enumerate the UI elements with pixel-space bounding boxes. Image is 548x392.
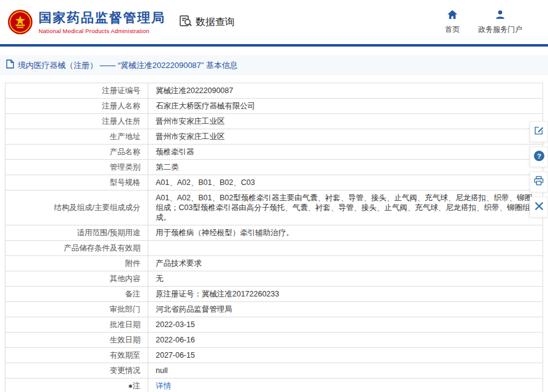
row-value: 河北省药品监督管理局 <box>148 302 543 317</box>
row-label: 管理类别 <box>6 160 148 175</box>
row-value: 2022-06-16 <box>148 333 543 348</box>
table-row: 变更情况null <box>6 363 543 379</box>
row-label: 附件 <box>6 256 148 271</box>
table-row: 附件产品技术要求 <box>6 256 543 271</box>
close-icon <box>535 202 544 213</box>
print-button[interactable] <box>530 172 548 192</box>
registration-info-section: 注册证编号冀械注准20222090087注册人名称石家庄大桥医疗器械有限公司注册… <box>0 75 548 392</box>
table-row: 注册证编号冀械注准20222090087 <box>6 83 543 99</box>
table-row: 审批部门河北省药品监督管理局 <box>6 302 543 317</box>
row-value: 原注册证号：冀械注准20172260233 <box>148 287 543 302</box>
row-value: null <box>148 363 543 379</box>
row-label: ●注 <box>6 379 148 392</box>
row-value: 颈椎牵引器 <box>148 145 543 160</box>
edit-icon <box>533 125 544 138</box>
table-row: 备注原注册证号：冀械注准20172260233 <box>6 287 543 302</box>
row-label: 产品名称 <box>6 145 148 160</box>
row-label: 型号规格 <box>6 175 148 190</box>
table-row: 结构及组成/主要组成成分A01、A02、B01、B02型颈椎牵引器主要由气囊、衬… <box>6 190 543 225</box>
breadcrumb-text: 境内医疗器械（注册） —— “冀械注准20222090087” 基本信息 <box>18 60 238 71</box>
document-icon <box>6 59 14 71</box>
row-value: 无 <box>148 271 543 287</box>
row-value: 用于颈椎病（神经根型）牵引辅助治疗。 <box>148 225 543 241</box>
logo-block: 国家药品监督管理局 National Medical Products Admi… <box>7 9 166 35</box>
header: 国家药品监督管理局 National Medical Products Admi… <box>0 0 548 47</box>
row-label: 结构及组成/主要组成成分 <box>6 190 148 225</box>
table-row: 型号规格A01、A02、B01、B02、C03 <box>6 175 543 190</box>
nav-item-label: 政务服务门户 <box>478 24 522 35</box>
table-row: 产品储存条件及有效期 <box>6 241 543 256</box>
svg-text:?: ? <box>537 152 541 159</box>
home-icon <box>447 9 458 22</box>
row-value: A01、A02、B01、B02、C03 <box>148 175 543 190</box>
table-row: 适用范围/预期用途用于颈椎病（神经根型）牵引辅助治疗。 <box>6 225 543 241</box>
row-label: 有效期至 <box>6 348 148 363</box>
edit-button[interactable] <box>530 121 548 142</box>
row-value: 石家庄大桥医疗器械有限公司 <box>148 99 543 114</box>
table-row: 其他内容无 <box>6 271 543 287</box>
row-label: 注册人住所 <box>6 114 148 129</box>
row-label: 备注 <box>6 287 148 302</box>
org-title-en: National Medical Products Administration <box>39 28 166 34</box>
document-search-icon <box>179 14 192 30</box>
nav-item-home[interactable]: 首页 <box>445 9 460 35</box>
row-label: 适用范围/预期用途 <box>6 225 148 241</box>
row-label: 其他内容 <box>6 271 148 287</box>
org-titles: 国家药品监督管理局 National Medical Products Admi… <box>39 10 166 34</box>
table-row: 有效期至2027-06-15 <box>6 348 543 363</box>
row-value: 产品技术要求 <box>148 256 543 271</box>
help-button[interactable]: ? <box>530 146 548 167</box>
table-row: 产品名称颈椎牵引器 <box>6 145 543 160</box>
close-button[interactable] <box>530 197 548 217</box>
row-value: 晋州市安家庄工业区 <box>148 129 543 145</box>
nav-item-portal[interactable]: 政务服务门户 <box>478 9 522 35</box>
table-row: 批准日期2022-03-15 <box>6 317 543 333</box>
breadcrumb: 境内医疗器械（注册） —— “冀械注准20222090087” 基本信息 <box>0 55 548 75</box>
info-table-body: 注册证编号冀械注准20222090087注册人名称石家庄大桥医疗器械有限公司注册… <box>6 83 543 392</box>
print-icon <box>533 175 544 189</box>
table-row: ●注详情 <box>6 379 543 392</box>
header-nav: 首页 政务服务门户 <box>445 9 541 35</box>
row-value <box>148 241 543 256</box>
row-label: 注册证编号 <box>6 83 148 99</box>
row-label: 注册人名称 <box>6 99 148 114</box>
row-label: 变更情况 <box>6 363 148 379</box>
row-label: 生产地址 <box>6 129 148 145</box>
table-row: 管理类别第二类 <box>6 160 543 175</box>
row-label: 批准日期 <box>6 317 148 333</box>
row-label: 审批部门 <box>6 302 148 317</box>
row-value: 晋州市安家庄工业区 <box>148 114 543 129</box>
table-row: 注册人住所晋州市安家庄工业区 <box>6 114 543 129</box>
row-value: 冀械注准20222090087 <box>148 83 543 99</box>
registration-info-table: 注册证编号冀械注准20222090087注册人名称石家庄大桥医疗器械有限公司注册… <box>5 83 543 392</box>
nav-item-label: 首页 <box>445 24 460 35</box>
row-value: 2022-03-15 <box>148 317 543 333</box>
data-query-nav[interactable]: 数据查询 <box>179 14 235 30</box>
help-icon: ? <box>533 150 545 164</box>
table-row: 生效日期2022-06-16 <box>6 333 543 348</box>
table-row: 生产地址晋州市安家庄工业区 <box>6 129 543 145</box>
detail-link[interactable]: 详情 <box>156 382 171 390</box>
row-value: A01、A02、B01、B02型颈椎牵引器主要由气囊、衬套、导管、接头、止气阀、… <box>148 190 543 225</box>
side-toolbar: ? <box>530 121 548 217</box>
row-value: 2027-06-15 <box>148 348 543 363</box>
data-query-label: 数据查询 <box>196 16 235 29</box>
row-label: 产品储存条件及有效期 <box>6 241 148 256</box>
row-value: 详情 <box>148 379 543 392</box>
table-row: 注册人名称石家庄大桥医疗器械有限公司 <box>6 99 543 114</box>
row-value: 第二类 <box>148 160 543 175</box>
org-title-cn: 国家药品监督管理局 <box>39 10 166 25</box>
national-emblem-icon <box>7 9 33 35</box>
row-label: 生效日期 <box>6 333 148 348</box>
user-icon <box>495 9 506 22</box>
